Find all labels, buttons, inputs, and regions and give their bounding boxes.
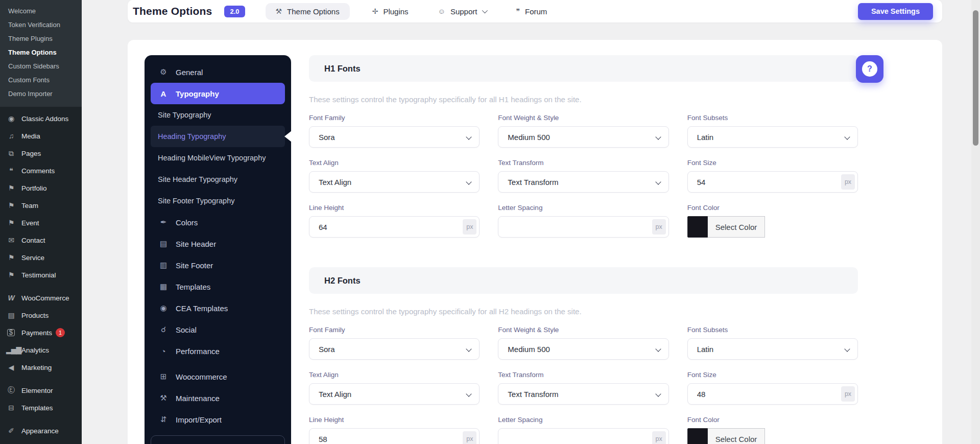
theme-nav-site-typography[interactable]: Site Typography <box>151 104 285 126</box>
theme-nav-heading-mobileview-typography[interactable]: Heading MobileView Typography <box>151 147 285 169</box>
sidebar-item-products[interactable]: ▤Products <box>0 307 82 324</box>
sidebar-item-demo-importer[interactable]: Demo Importer <box>0 87 82 101</box>
content-card: ⚙ General A Typography Site Typography H… <box>128 40 942 444</box>
sidebar-item-team[interactable]: ⚑Team <box>0 197 82 214</box>
sidebar-item-token-verification[interactable]: Token Verification <box>0 18 82 32</box>
theme-nav-maintenance[interactable]: ⚒ Maintenance <box>151 387 285 409</box>
menu-label: Templates <box>21 404 53 412</box>
nav-support[interactable]: ☺ Support <box>431 3 494 20</box>
h1-letter-spacing-input[interactable] <box>498 216 668 238</box>
sidebar-item-custom-fonts[interactable]: Custom Fonts <box>0 73 82 87</box>
theme-options-sidebar: ⚙ General A Typography Site Typography H… <box>145 55 291 444</box>
sidebar-item-marketing[interactable]: ◀Marketing <box>0 359 82 376</box>
h1-font-family-select[interactable]: Sora <box>309 126 480 148</box>
h1-line-height-input[interactable] <box>309 216 480 238</box>
sidebar-item-analytics[interactable]: ▂▅▇Analytics <box>0 341 82 359</box>
field-label-font-weight: Font Weight & Style <box>498 114 668 122</box>
page-scrollbar-track[interactable] <box>971 0 980 444</box>
menu-label: Classic Addons <box>21 115 68 123</box>
h1-text-transform-select[interactable]: Text Transform <box>498 171 668 193</box>
theme-nav-performance[interactable]: ◔ Performance <box>151 340 285 362</box>
sidebar-item-classic-addons[interactable]: ◉Classic Addons <box>0 110 82 127</box>
h2-line-height-input[interactable] <box>309 428 480 444</box>
h2-color-swatch[interactable] <box>687 428 708 444</box>
sidebar-item-theme-options[interactable]: Theme Options <box>0 45 82 59</box>
nav-forum[interactable]: ❞ Forum <box>509 3 554 20</box>
theme-nav-cea-templates[interactable]: ◉ CEA Templates <box>151 297 285 319</box>
theme-nav-site-footer[interactable]: ▥ Site Footer <box>151 254 285 276</box>
theme-nav-social[interactable]: ☌ Social <box>151 319 285 340</box>
theme-nav-woocommerce[interactable]: ⊞ Woocommerce <box>151 366 285 387</box>
sidebar-item-theme-plugins[interactable]: Theme Plugins <box>0 32 82 45</box>
theme-nav-general[interactable]: ⚙ General <box>151 61 285 83</box>
sidebar-item-testimonial[interactable]: ⚑Testimonial <box>0 266 82 284</box>
pages-icon: ⧉ <box>6 149 16 158</box>
sidebar-item-comments[interactable]: ❝Comments <box>0 162 82 179</box>
sidebar-item-portfolio[interactable]: ⚑Portfolio <box>0 179 82 197</box>
h2-select-color-button[interactable]: Select Color <box>708 428 766 444</box>
sidebar-item-media[interactable]: ♫Media <box>0 127 82 145</box>
menu-label: Portfolio <box>21 184 47 192</box>
sidebar-item-woocommerce[interactable]: WWooCommerce <box>0 289 82 307</box>
h2-font-family-select[interactable]: Sora <box>309 338 480 360</box>
theme-nav-import-export[interactable]: ⇵ Import/Export <box>151 409 285 430</box>
theme-nav-typography[interactable]: A Typography <box>151 83 285 104</box>
paintbrush-icon: ✒ <box>158 218 169 227</box>
sidebar-item-custom-sidebars[interactable]: Custom Sidebars <box>0 59 82 73</box>
sidebar-item-plugins[interactable]: ✢Plugins <box>0 439 82 444</box>
sidebar-item-welcome[interactable]: Welcome <box>0 4 82 18</box>
theme-nav-colors[interactable]: ✒ Colors <box>151 212 285 233</box>
sidebar-item-templates[interactable]: ⊟Templates <box>0 399 82 416</box>
h2-text-transform-select[interactable]: Text Transform <box>498 383 668 405</box>
h1-select-color-button[interactable]: Select Color <box>708 216 766 238</box>
top-navigation: ⚒ Theme Options ✢ Plugins ☺ Support ❞ Fo… <box>266 3 555 20</box>
site-header-icon: ▤ <box>158 239 169 248</box>
field-label-font-family: Font Family <box>309 114 480 122</box>
sidebar-footer-button[interactable] <box>151 435 285 444</box>
h1-font-weight-select[interactable]: Medium 500 <box>498 126 668 148</box>
h2-font-weight-select[interactable]: Medium 500 <box>498 338 668 360</box>
field-label-font-color: Font Color <box>687 416 858 424</box>
nav-label: Theme Options <box>287 7 340 16</box>
h2-font-size-input[interactable] <box>687 383 858 405</box>
question-mark-icon: ? <box>862 61 877 77</box>
sidebar-item-pages[interactable]: ⧉Pages <box>0 145 82 162</box>
theme-nav-site-footer-typography[interactable]: Site Footer Typography <box>151 190 285 212</box>
sidebar-item-service[interactable]: ⚑Service <box>0 249 82 266</box>
theme-nav-templates[interactable]: ▦ Templates <box>151 276 285 297</box>
nav-plugins[interactable]: ✢ Plugins <box>365 3 416 20</box>
pushpin-icon: ⚑ <box>6 253 16 262</box>
wp-main-menu: ◉Classic Addons ♫Media ⧉Pages ❝Comments … <box>0 107 82 444</box>
h2-letter-spacing-input[interactable] <box>498 428 668 444</box>
chevron-down-icon <box>655 179 661 184</box>
h1-color-swatch[interactable] <box>687 216 708 238</box>
field-label-font-weight: Font Weight & Style <box>498 326 668 334</box>
sidebar-item-elementor[interactable]: ⒺElementor <box>0 382 82 399</box>
chevron-down-icon <box>466 346 472 352</box>
menu-label: Elementor <box>21 387 53 394</box>
h1-font-size-input[interactable] <box>687 171 858 193</box>
field-label-font-color: Font Color <box>687 204 858 212</box>
select-value: Medium 500 <box>508 345 550 354</box>
theme-nav-heading-typography[interactable]: Heading Typography <box>151 126 285 147</box>
field-label-line-height: Line Height <box>309 204 480 212</box>
sidebar-item-payments[interactable]: $Payments1 <box>0 324 82 341</box>
theme-nav-site-header-typography[interactable]: Site Header Typography <box>151 169 285 190</box>
nav-label: Heading MobileView Typography <box>158 154 266 162</box>
h1-text-align-select[interactable]: Text Align <box>309 171 480 193</box>
px-unit-badge: px <box>652 431 666 444</box>
sidebar-item-event[interactable]: ⚑Event <box>0 214 82 231</box>
nav-label: Site Footer Typography <box>158 197 234 205</box>
h2-text-align-select[interactable]: Text Align <box>309 383 480 405</box>
theme-nav-site-header[interactable]: ▤ Site Header <box>151 233 285 254</box>
help-button[interactable]: ? <box>856 55 883 83</box>
nav-theme-options[interactable]: ⚒ Theme Options <box>266 3 350 20</box>
save-settings-button[interactable]: Save Settings <box>858 3 933 20</box>
sidebar-item-contact[interactable]: ✉Contact <box>0 231 82 249</box>
px-unit-badge: px <box>652 219 666 235</box>
select-value: Latin <box>697 133 714 142</box>
sidebar-item-appearance[interactable]: ✐Appearance <box>0 422 82 439</box>
h2-font-subsets-select[interactable]: Latin <box>687 338 858 360</box>
page-scrollbar-thumb[interactable] <box>973 10 978 146</box>
h1-font-subsets-select[interactable]: Latin <box>687 126 858 148</box>
